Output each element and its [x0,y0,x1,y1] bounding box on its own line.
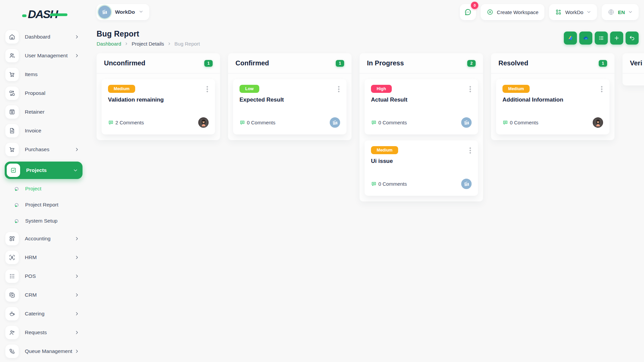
users-icon [9,52,15,59]
comment-icon [239,120,245,125]
priority-badge: Low [239,85,259,93]
column-count-badge: 1 [336,60,344,67]
dash-logo[interactable]: DASH [22,7,87,21]
breadcrumb-dashboard[interactable]: Dashboard [97,41,121,47]
accounting-icon [9,235,15,242]
priority-badge: Medium [502,85,530,93]
sidebar-item-items[interactable]: Items [5,68,82,81]
messages-button[interactable]: 0 [460,4,476,20]
card-menu-button[interactable] [337,85,340,94]
chevron-right-icon [74,311,79,316]
sidebar-item-crm[interactable]: CRM [5,288,82,302]
card-comments: 0 Comments [239,120,275,125]
crm-icon [9,292,15,298]
main-area: WorkDo 0 Create Workspace WorkDo [87,0,644,362]
create-workspace-button[interactable]: Create Workspace [481,4,544,20]
card-menu-button[interactable] [206,85,209,94]
retainer-icon [9,109,15,115]
onedrive-button[interactable] [579,32,592,45]
home-icon [9,34,15,40]
chevron-down-icon [628,9,633,15]
comment-icon [371,120,377,125]
chevron-right-icon [74,293,79,297]
card-comments: 0 Comments [502,120,538,125]
task-card[interactable]: Low Expected Result 0 Comments [233,79,346,134]
sidebar-item-dashboard[interactable]: Dashboard [5,30,82,44]
sidebar-nav: Dashboard User Management Items Proposal… [0,30,87,358]
sidebar-item-purchases[interactable]: Purchases [5,143,82,156]
building-avatar-icon [331,119,339,126]
chevron-right-icon [124,41,128,47]
kanban-column-resolved: Resolved 1 Medium Additional Information… [491,53,614,140]
chevron-right-icon [74,330,79,335]
sidebar-item-queue-management[interactable]: Queue Management [5,345,82,358]
sidebar-item-proposal[interactable]: Proposal [5,86,82,100]
sidebar-item-requests[interactable]: Requests [5,326,82,339]
proposal-icon [9,90,15,97]
card-menu-button[interactable] [469,146,472,155]
woman-avatar-icon [200,119,207,126]
google-drive-button[interactable] [564,32,577,45]
sidebar-subitem-system-setup[interactable]: System Setup [15,216,82,226]
priority-badge: High [371,85,392,93]
language-code: EN [618,9,625,15]
card-menu-button[interactable] [469,85,472,94]
sidebar-subitem-project-report[interactable]: Project Report [15,200,82,210]
language-selector[interactable]: EN [602,4,639,20]
card-title: Ui issue [371,158,472,165]
kanban-column-in-progress: In Progress 2 High Actual Result 0 Comme… [360,53,483,201]
woman-avatar-icon [594,119,602,126]
workspace-selector[interactable]: WorkDo [97,4,149,20]
sidebar-subitem-project[interactable]: Project [15,184,82,194]
sidebar-item-accounting[interactable]: Accounting [5,232,82,245]
workspace-switcher[interactable]: WorkDo [549,4,597,20]
globe-icon [608,9,614,15]
kanban-column-veri: Veri [623,53,644,85]
sidebar-item-user-management[interactable]: User Management [5,49,82,62]
sidebar-item-retainer[interactable]: Retainer [5,105,82,119]
onedrive-icon [583,35,589,41]
chevron-right-icon [74,53,79,58]
submenu-bullet-icon [15,187,18,191]
breadcrumb-current: Bug Report [174,41,200,47]
plus-circle-icon [487,9,493,15]
undo-icon [629,35,635,41]
pos-icon [9,273,15,280]
back-button[interactable] [626,32,639,45]
sidebar-item-projects[interactable]: Projects [5,162,83,179]
priority-badge: Medium [108,85,135,93]
column-count-badge: 1 [204,60,213,67]
list-view-button[interactable] [595,32,608,45]
add-button[interactable] [610,32,623,45]
task-card[interactable]: High Actual Result 0 Comments [365,79,478,134]
requests-icon [9,329,15,336]
column-title: Unconfirmed [104,59,145,67]
task-card[interactable]: Medium Ui issue 0 Comments [365,140,478,196]
chevron-right-icon [74,255,79,260]
sidebar-item-catering[interactable]: Catering [5,307,82,320]
queue-icon [9,348,15,355]
sidebar-item-hrm[interactable]: HRM [5,251,82,264]
chevron-down-icon [139,9,143,15]
column-title: Veri [630,59,642,67]
task-card[interactable]: Medium Additional Information 0 Comments [496,79,609,134]
sidebar-item-invoice[interactable]: Invoice [5,124,82,137]
chevron-right-icon [74,147,79,152]
task-card[interactable]: Medium Validation remaining 2 Comments [102,79,215,134]
workspace-name: WorkDo [115,9,135,15]
cart-icon [9,146,15,153]
grid-plus-icon [555,9,562,15]
building-avatar-icon [101,8,108,16]
submenu-bullet-icon [15,219,18,223]
list-icon [598,35,604,41]
woman-avatar [198,117,209,128]
messages-count-badge: 0 [471,2,478,9]
breadcrumb-project-details[interactable]: Project Details [131,41,164,47]
comment-icon [502,120,508,125]
app-root: DASH Dashboard User Management Items Pro… [0,0,644,362]
card-menu-button[interactable] [600,85,603,94]
header-actions [564,32,639,45]
invoice-icon [9,127,15,134]
workspace-avatar [98,6,111,18]
sidebar-item-pos[interactable]: POS [5,269,82,283]
